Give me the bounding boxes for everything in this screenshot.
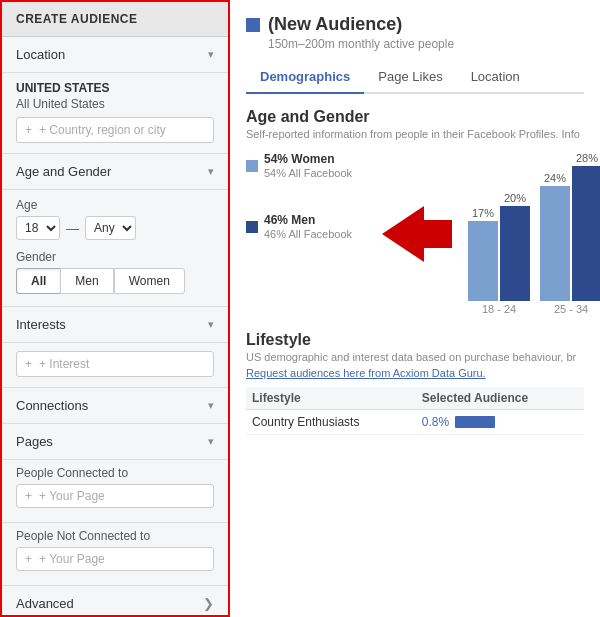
men-bar-25-34: 28% <box>572 152 600 301</box>
gender-men-button[interactable]: Men <box>60 268 113 294</box>
interests-label: Interests <box>16 317 66 332</box>
bar-group-18-24: 17% 20% 18 - 24 <box>468 192 530 315</box>
location-expanded: UNITED STATES All United States + + Coun… <box>2 73 228 154</box>
location-input[interactable]: + + Country, region or city <box>16 117 214 143</box>
gender-field-label: Gender <box>16 250 214 264</box>
interests-expanded: + + Interest <box>2 343 228 388</box>
people-not-connected-label: People Not Connected to <box>16 529 214 543</box>
bar-cell: 0.8% <box>422 415 578 429</box>
audience-header: (New Audience) <box>246 14 584 35</box>
age-from-select[interactable]: 18 <box>16 216 60 240</box>
men-bar-18-24: 20% <box>500 192 530 301</box>
lifestyle-table: Lifestyle Selected Audience Country Enth… <box>246 387 584 435</box>
advanced-arrow-icon: ❯ <box>203 596 214 611</box>
tab-page-likes[interactable]: Page Likes <box>364 61 456 94</box>
location-chevron-icon: ▾ <box>208 48 214 61</box>
lifestyle-section: Lifestyle US demographic and interest da… <box>246 331 584 435</box>
table-header-selected-audience: Selected Audience <box>416 387 584 410</box>
bar-stack-25-34: 24% 28% <box>540 152 600 301</box>
men-sub-label: 46% All Facebook <box>264 228 352 240</box>
table-header-lifestyle: Lifestyle <box>246 387 416 410</box>
chart-legend: 54% Women 54% All Facebook 46% Men 46% A… <box>246 152 366 315</box>
tab-demographics[interactable]: Demographics <box>246 61 364 94</box>
age-gender-expanded: Age 18 — Any Gender All Men Women <box>2 190 228 307</box>
lifestyle-link[interactable]: Request audiences here from Acxiom Data … <box>246 367 584 379</box>
connections-section-row[interactable]: Connections ▾ <box>2 388 228 424</box>
interests-section-row[interactable]: Interests ▾ <box>2 307 228 343</box>
chart-area: 54% Women 54% All Facebook 46% Men 46% A… <box>246 152 584 315</box>
age-gender-chevron-icon: ▾ <box>208 165 214 178</box>
age-gender-section-row[interactable]: Age and Gender ▾ <box>2 154 228 190</box>
red-arrow-body <box>424 220 452 248</box>
your-page-input-2[interactable]: + + Your Page <box>16 547 214 571</box>
left-panel: CREATE AUDIENCE Location ▾ UNITED STATES… <box>0 0 230 617</box>
red-arrow-icon <box>382 206 424 262</box>
tab-bar: Demographics Page Likes Location <box>246 61 584 94</box>
right-panel: (New Audience) 150m–200m monthly active … <box>230 0 600 617</box>
women-bar-label-18-24: 17% <box>468 207 498 219</box>
table-row: Country Enthusiasts 0.8% <box>246 410 584 435</box>
location-placeholder-text: + Country, region or city <box>39 123 166 137</box>
bar-group-label-18-24: 18 - 24 <box>482 303 516 315</box>
pages-chevron-icon: ▾ <box>208 435 214 448</box>
men-legend-item: 46% Men 46% All Facebook <box>246 213 366 240</box>
age-field-label: Age <box>16 198 214 212</box>
audience-icon <box>246 18 260 32</box>
age-row: 18 — Any <box>16 216 214 240</box>
pages-label: Pages <box>16 434 53 449</box>
arrow-container <box>382 152 452 315</box>
men-bar-label-18-24: 20% <box>500 192 530 204</box>
lifestyle-name-cell: Country Enthusiasts <box>246 410 416 435</box>
people-connected-label: People Connected to <box>16 466 214 480</box>
page-plus-icon-1: + <box>25 489 32 503</box>
gender-button-group: All Men Women <box>16 268 214 294</box>
gender-women-button[interactable]: Women <box>114 268 185 294</box>
women-bar-label-25-34: 24% <box>540 172 570 184</box>
audience-title: (New Audience) <box>268 14 402 35</box>
interest-plus-icon: + <box>25 357 32 371</box>
lifestyle-pct-cell: 0.8% <box>416 410 584 435</box>
men-legend-box <box>246 221 258 233</box>
your-page-input-1[interactable]: + + Your Page <box>16 484 214 508</box>
location-section-row[interactable]: Location ▾ <box>2 37 228 73</box>
interest-placeholder-text: + Interest <box>39 357 89 371</box>
pages-section-row[interactable]: Pages ▾ <box>2 424 228 460</box>
bars-area: 17% 20% 18 - 24 24% <box>468 152 600 315</box>
people-not-connected-block: People Not Connected to + + Your Page <box>2 523 228 586</box>
your-page-placeholder-2: + Your Page <box>39 552 105 566</box>
women-legend-box <box>246 160 258 172</box>
women-pct-label: 54% Women <box>264 152 352 166</box>
people-connected-block: People Connected to + + Your Page <box>2 460 228 523</box>
connections-label: Connections <box>16 398 88 413</box>
age-gender-section-desc: Self-reported information from people in… <box>246 128 584 140</box>
women-legend-item: 54% Women 54% All Facebook <box>246 152 366 179</box>
men-bar-label-25-34: 28% <box>572 152 600 164</box>
men-pct-label: 46% Men <box>264 213 352 227</box>
advanced-label: Advanced <box>16 596 74 611</box>
women-bar-18-24: 17% <box>468 207 498 301</box>
location-label: Location <box>16 47 65 62</box>
your-page-placeholder-1: + Your Page <box>39 489 105 503</box>
women-sub-label: 54% All Facebook <box>264 167 352 179</box>
audience-sub: 150m–200m monthly active people <box>268 37 584 51</box>
age-to-select[interactable]: Any <box>85 216 136 240</box>
gender-all-button[interactable]: All <box>16 268 60 294</box>
country-label: UNITED STATES <box>16 81 214 95</box>
interest-input[interactable]: + + Interest <box>16 351 214 377</box>
bar-group-25-34: 24% 28% 25 - 34 <box>540 152 600 315</box>
bar-stack-18-24: 17% 20% <box>468 192 530 301</box>
tab-location[interactable]: Location <box>457 61 534 94</box>
page-plus-icon-2: + <box>25 552 32 566</box>
create-audience-header: CREATE AUDIENCE <box>2 2 228 37</box>
women-bar-25-34: 24% <box>540 172 570 301</box>
pct-value: 0.8% <box>422 415 449 429</box>
bar-group-label-25-34: 25 - 34 <box>554 303 588 315</box>
connections-chevron-icon: ▾ <box>208 399 214 412</box>
lifestyle-title: Lifestyle <box>246 331 584 349</box>
mini-bar <box>455 416 495 428</box>
age-gender-section-title: Age and Gender <box>246 108 584 126</box>
advanced-row[interactable]: Advanced ❯ <box>2 586 228 617</box>
age-dash: — <box>66 221 79 236</box>
interests-chevron-icon: ▾ <box>208 318 214 331</box>
age-gender-label: Age and Gender <box>16 164 111 179</box>
